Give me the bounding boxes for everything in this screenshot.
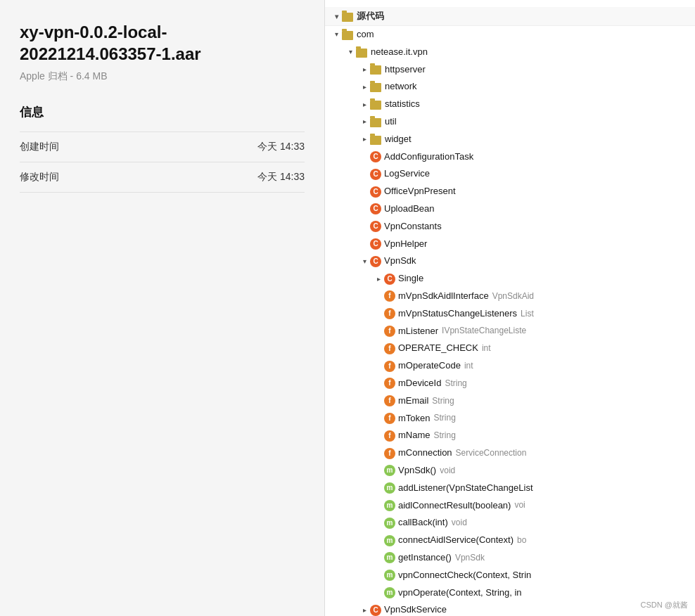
tree-node-UploadBean[interactable]: CUploadBean	[325, 200, 695, 218]
tree-node-VpnSdk[interactable]: CVpnSdk	[325, 252, 695, 270]
tree-node-AddConfigurationTask[interactable]: CAddConfigurationTask	[325, 148, 695, 166]
node-label: mOperateCode	[398, 359, 461, 373]
info-row: 创建时间今天 14:33	[20, 131, 305, 162]
folder-icon	[342, 31, 353, 40]
node-label: VpnSdk()	[398, 463, 436, 478]
badge-C: C	[370, 186, 381, 198]
tree-node-network[interactable]: network	[325, 78, 695, 96]
left-panel: xy-vpn-0.0.2-local-20221214.063357-1.aar…	[0, 0, 325, 616]
node-type-label: ServiceConnection	[456, 447, 527, 460]
tree-node-mVpnSdkAidlInterface[interactable]: fmVpnSdkAidlInterfaceVpnSdkAid	[325, 288, 695, 305]
tree-node-mDeviceId[interactable]: fmDeviceIdString	[325, 375, 695, 392]
tree-arrow	[359, 134, 370, 145]
tree-node-LogService[interactable]: CLogService	[325, 165, 695, 183]
node-type-label: voi	[514, 499, 525, 512]
tree-node-vpnConnectCheck[interactable]: mvpnConnectCheck(Context, Strin	[325, 567, 695, 584]
badge-C: C	[370, 151, 381, 162]
node-type-label: VpnSdkAid	[492, 290, 534, 303]
root-folder-icon	[342, 13, 353, 22]
root-label: 源代码	[357, 10, 384, 23]
tree-node-OPERATE_CHECK[interactable]: fOPERATE_CHECKint	[325, 340, 695, 357]
tree-node-mConnection[interactable]: fmConnectionServiceConnection	[325, 444, 695, 462]
badge-C: C	[370, 238, 381, 250]
badge-f: f	[384, 378, 395, 389]
badge-f: f	[384, 290, 395, 302]
node-label: com	[357, 27, 374, 42]
tree-node-VpnConstants[interactable]: CVpnConstants	[325, 218, 695, 236]
tree-node-mEmail[interactable]: fmEmailString	[325, 392, 695, 410]
tree-node-mToken[interactable]: fmTokenString	[325, 410, 695, 428]
badge-C: C	[370, 221, 381, 232]
node-label: addListener(VpnStateChangeList	[398, 481, 533, 496]
tree-arrow	[345, 46, 356, 58]
info-label: 创建时间	[20, 141, 59, 153]
tree-arrow	[359, 82, 370, 93]
badge-m: m	[384, 552, 395, 563]
badge-C: C	[370, 169, 381, 180]
tree-node-VpnSdkConstructor[interactable]: mVpnSdk()void	[325, 462, 695, 480]
badge-f: f	[384, 361, 395, 372]
tree-node-statistics[interactable]: statistics	[325, 96, 695, 113]
tree-arrow	[359, 64, 370, 75]
tree-node-getInstance[interactable]: mgetInstance()VpnSdk	[325, 549, 695, 567]
node-type-label: String	[434, 429, 456, 442]
badge-C: C	[384, 274, 395, 285]
folder-icon	[370, 101, 381, 110]
node-label: callBack(int)	[398, 515, 448, 530]
node-label: Single	[398, 271, 423, 286]
badge-C: C	[370, 203, 381, 214]
node-label: util	[385, 115, 397, 129]
root-arrow	[331, 13, 342, 20]
tree-arrow	[359, 99, 370, 110]
badge-m: m	[384, 587, 395, 598]
tree-node-aidlConnectResult[interactable]: maidlConnectResult(boolean)voi	[325, 497, 695, 515]
node-label: mListener	[398, 324, 438, 339]
badge-f: f	[384, 326, 395, 337]
node-type-label: String	[434, 411, 456, 425]
tree-node-netease[interactable]: netease.it.vpn	[325, 44, 695, 61]
tree-node-widget[interactable]: widget	[325, 131, 695, 148]
node-label: VpnSdkService	[384, 603, 447, 616]
tree-node-VpnSdkService[interactable]: CVpnSdkService	[325, 601, 695, 616]
tree-node-connectAidlService[interactable]: mconnectAidlService(Context)bo	[325, 532, 695, 549]
tree-node-VpnHelper[interactable]: CVpnHelper	[325, 236, 695, 253]
tree-node-Single[interactable]: CSingle	[325, 270, 695, 288]
badge-m: m	[384, 482, 395, 494]
badge-f: f	[384, 413, 395, 424]
tree-arrow	[359, 605, 370, 616]
tree-node-callBack[interactable]: mcallBack(int)void	[325, 514, 695, 532]
tree-node-addListener[interactable]: maddListener(VpnStateChangeList	[325, 480, 695, 497]
node-label: mVpnSdkAidlInterface	[398, 289, 489, 304]
node-label: vpnConnectCheck(Context, Strin	[398, 568, 531, 583]
right-panel[interactable]: 源代码 comnetease.it.vpnhttpservernetworkst…	[325, 0, 695, 616]
badge-m: m	[384, 500, 395, 511]
node-label: AddConfigurationTask	[384, 150, 473, 165]
badge-C: C	[370, 256, 381, 267]
node-label: OfficeVpnPresent	[384, 184, 456, 199]
info-value: 今天 14:33	[257, 141, 305, 153]
node-type-label: VpnSdk	[455, 551, 485, 565]
tree-node-httpserver[interactable]: httpserver	[325, 61, 695, 79]
tree-node-mName[interactable]: fmNameString	[325, 427, 695, 444]
tree-node-mOperateCode[interactable]: fmOperateCodeint	[325, 357, 695, 375]
node-label: aidlConnectResult(boolean)	[398, 499, 511, 513]
tree-node-mVpnStatusChangeListeners[interactable]: fmVpnStatusChangeListenersList	[325, 305, 695, 323]
section-title: 信息	[20, 104, 305, 120]
tree-node-vpnOperate[interactable]: mvpnOperate(Context, String, in	[325, 584, 695, 602]
node-label: mName	[398, 428, 431, 443]
badge-f: f	[384, 308, 395, 319]
tree-node-util[interactable]: util	[325, 113, 695, 131]
badge-C: C	[370, 605, 381, 616]
tree-node-com[interactable]: com	[325, 26, 695, 44]
root-header: 源代码	[325, 7, 695, 26]
node-type-label: List	[521, 307, 534, 321]
csdn-badge: CSDN @就酱	[641, 600, 688, 610]
node-type-label: bo	[517, 534, 526, 547]
node-label: OPERATE_CHECK	[398, 341, 478, 356]
tree-arrow	[373, 274, 384, 285]
badge-m: m	[384, 465, 395, 476]
node-label: httpserver	[385, 63, 426, 77]
tree-node-mListener[interactable]: fmListenerIVpnStateChangeListe	[325, 323, 695, 340]
tree-node-OfficeVpnPresent[interactable]: COfficeVpnPresent	[325, 183, 695, 200]
node-label: statistics	[385, 97, 420, 112]
